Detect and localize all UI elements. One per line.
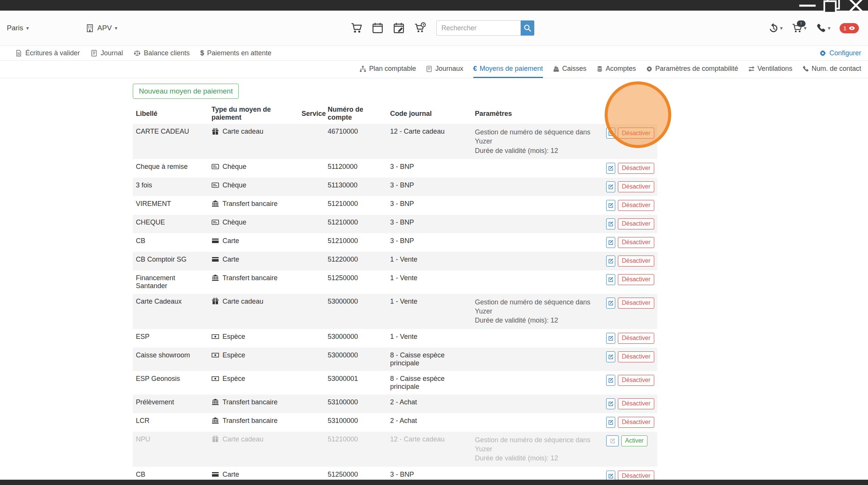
cash-icon bbox=[212, 375, 219, 382]
deactivate-button[interactable]: Désactiver bbox=[618, 274, 654, 285]
nav-item[interactable]: $Paiements en attente bbox=[200, 49, 271, 57]
edit-button[interactable] bbox=[606, 333, 615, 344]
history-menu[interactable]: ▾ bbox=[768, 23, 783, 33]
journal-code-cell: 8 - Caisse espèce principale bbox=[387, 348, 472, 371]
cart-history-button[interactable] bbox=[414, 22, 426, 34]
param-line: Gestion de numéro de séquence dans Yuzer bbox=[475, 435, 600, 454]
edit-button[interactable] bbox=[606, 218, 615, 229]
tab-label: Paramètres de comptabilité bbox=[655, 65, 738, 73]
params-cell bbox=[472, 196, 603, 215]
location-label: Paris bbox=[7, 24, 23, 32]
deactivate-button[interactable]: Désactiver bbox=[618, 128, 654, 139]
table-row: NPUCarte cadeau5121000012 - Carte cadeau… bbox=[133, 432, 657, 467]
payment-type-cell: Carte cadeau bbox=[208, 432, 299, 467]
tab-acomptes[interactable]: Acomptes bbox=[596, 61, 636, 78]
toolbar: Paris ▾ APV ▾ ▾ bbox=[0, 11, 868, 46]
new-payment-method-button[interactable]: Nouveau moyen de paiement bbox=[133, 84, 239, 99]
phone-menu[interactable]: ▾ bbox=[816, 23, 831, 33]
tab-plan-comptable[interactable]: Plan comptable bbox=[359, 61, 416, 78]
nav-item[interactable]: Balance clients bbox=[134, 49, 190, 57]
payment-type-cell: Transfert bancaire bbox=[208, 413, 299, 432]
edit-button[interactable] bbox=[606, 163, 615, 174]
cart-button[interactable] bbox=[351, 22, 362, 34]
deactivate-button[interactable]: Désactiver bbox=[618, 163, 654, 174]
actions-cell: Désactiver bbox=[603, 178, 657, 196]
deactivate-button[interactable]: Désactiver bbox=[618, 351, 654, 362]
edit-button[interactable] bbox=[606, 298, 615, 309]
edit-button[interactable] bbox=[606, 351, 615, 362]
params-cell bbox=[472, 233, 603, 252]
edit-button[interactable] bbox=[606, 375, 615, 386]
edit-button[interactable] bbox=[606, 181, 615, 192]
nav-item[interactable]: Écritures à valider bbox=[15, 49, 80, 57]
tab-param-tres-de-comptabilit-[interactable]: Paramètres de comptabilité bbox=[646, 61, 738, 78]
payment-type-label: Carte bbox=[222, 256, 239, 264]
eye-icon bbox=[849, 25, 855, 31]
module-selector[interactable]: APV ▾ bbox=[86, 24, 117, 33]
calendar-edit-button[interactable] bbox=[393, 22, 404, 34]
tab-journaux[interactable]: Journaux bbox=[426, 61, 463, 78]
tab-moyens-de-paiement[interactable]: €Moyens de paiement bbox=[473, 61, 543, 78]
close-button[interactable] bbox=[844, 0, 868, 11]
service-cell bbox=[299, 395, 325, 413]
search-input[interactable] bbox=[436, 20, 521, 36]
payment-label-cell: Prélèvement bbox=[133, 395, 208, 413]
table-row: ESP GeonosisEspèce530000018 - Caisse esp… bbox=[133, 371, 657, 395]
deactivate-button[interactable]: Désactiver bbox=[618, 298, 654, 309]
tab-num-de-contact[interactable]: Num. de contact bbox=[802, 61, 861, 78]
edit-button[interactable] bbox=[606, 128, 615, 139]
journal-code-cell: 3 - BNP bbox=[387, 178, 472, 196]
edit-button[interactable] bbox=[606, 256, 615, 267]
edit-button[interactable] bbox=[606, 237, 615, 248]
deactivate-button[interactable]: Désactiver bbox=[618, 417, 654, 428]
minimize-icon bbox=[798, 0, 817, 15]
deactivate-button[interactable]: Désactiver bbox=[618, 375, 654, 386]
edit-button[interactable] bbox=[606, 200, 615, 211]
deactivate-button[interactable]: Désactiver bbox=[618, 237, 654, 248]
restore-button[interactable] bbox=[820, 0, 844, 11]
actions-cell: Désactiver bbox=[603, 413, 657, 432]
column-header: Numéro de compte bbox=[325, 103, 387, 124]
payment-type-cell: Carte cadeau bbox=[208, 124, 299, 159]
column-header: Service bbox=[299, 103, 325, 124]
payment-label-cell: Cheque à remise bbox=[133, 159, 208, 178]
payment-type-label: Chèque bbox=[222, 181, 246, 189]
edit-button[interactable] bbox=[606, 417, 615, 428]
param-line: Durée de validité (mois): 12 bbox=[475, 454, 600, 463]
calendar-icon bbox=[372, 22, 383, 34]
edit-button[interactable] bbox=[606, 398, 615, 409]
bank-icon bbox=[212, 200, 219, 207]
cart-menu[interactable]: ! ▾ bbox=[792, 23, 807, 33]
account-number-cell: 53100000 bbox=[325, 395, 387, 413]
account-number-cell: 51210000 bbox=[325, 215, 387, 233]
tab-ventilations[interactable]: Ventilations bbox=[748, 61, 792, 78]
nav-item[interactable]: Journal bbox=[90, 49, 123, 57]
edit-button[interactable] bbox=[606, 435, 619, 446]
account-number-cell: 51250000 bbox=[325, 270, 387, 294]
tab-label: Plan comptable bbox=[369, 65, 416, 73]
location-selector[interactable]: Paris ▾ bbox=[7, 24, 29, 32]
deactivate-button[interactable]: Désactiver bbox=[618, 218, 654, 229]
edit-button[interactable] bbox=[606, 274, 615, 285]
history-icon bbox=[768, 23, 778, 33]
deactivate-button[interactable]: Désactiver bbox=[618, 200, 654, 211]
tab-caisses[interactable]: Caisses bbox=[553, 61, 586, 78]
payment-type-cell: Chèque bbox=[208, 159, 299, 178]
calendar-button[interactable] bbox=[372, 22, 383, 34]
configure-link[interactable]: Configurer bbox=[819, 49, 861, 57]
card-icon bbox=[212, 256, 219, 263]
edit-pencil-icon bbox=[608, 335, 614, 341]
search-button[interactable] bbox=[521, 20, 534, 36]
params-cell bbox=[472, 159, 603, 178]
deactivate-button[interactable]: Désactiver bbox=[618, 398, 654, 409]
deactivate-button[interactable]: Désactiver bbox=[618, 333, 654, 344]
service-cell bbox=[299, 159, 325, 178]
edit-pencil-icon bbox=[608, 258, 614, 264]
deactivate-button[interactable]: Désactiver bbox=[618, 256, 654, 267]
deactivate-button[interactable]: Désactiver bbox=[618, 181, 654, 192]
status-badge[interactable]: 1 bbox=[840, 23, 859, 33]
tab-label: Moyens de paiement bbox=[480, 65, 543, 73]
minimize-button[interactable] bbox=[795, 0, 820, 11]
activate-button[interactable]: Activer bbox=[621, 435, 647, 446]
nav-item-label: Journal bbox=[101, 49, 123, 57]
